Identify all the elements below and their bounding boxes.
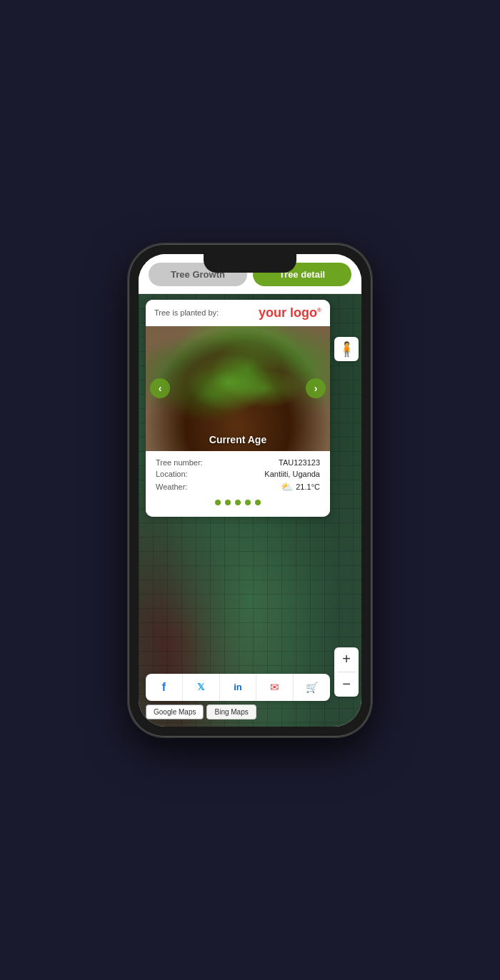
tree-number-label: Tree number: (156, 458, 203, 467)
main-card: Tree is planted by: your logo® ‹ › Curre… (146, 300, 330, 517)
location-value: Kantiiti, Uganda (264, 470, 320, 478)
dot-3[interactable] (235, 500, 241, 505)
map-controls-bottom: Google Maps Bing Maps (146, 704, 256, 719)
carousel-next-button[interactable]: › (306, 378, 326, 398)
card-header: Tree is planted by: your logo® (146, 300, 330, 326)
email-button[interactable]: ✉ (256, 674, 294, 701)
zoom-out-button[interactable]: − (334, 672, 359, 697)
dot-1[interactable] (215, 500, 221, 505)
current-age-label: Current Age (209, 434, 266, 445)
phone-notch (204, 254, 296, 273)
weather-icon: ⛅ (281, 481, 293, 492)
linkedin-icon: in (234, 682, 242, 692)
cart-icon: 🛒 (306, 682, 318, 693)
logo-bold: logo (290, 305, 317, 320)
tree-number-value: TAU123123 (279, 458, 320, 467)
zoom-panel: + − (334, 647, 359, 697)
location-row: Location: Kantiiti, Uganda (156, 470, 320, 478)
cart-button[interactable]: 🛒 (294, 674, 330, 701)
tree-number-row: Tree number: TAU123123 (156, 458, 320, 467)
carousel-dots (156, 495, 320, 511)
sponsor-logo: your logo® (259, 305, 321, 320)
map-area: Tree is planted by: your logo® ‹ › Curre… (139, 294, 361, 727)
twitter-icon: 𝕏 (197, 682, 204, 692)
carousel-prev-button[interactable]: ‹ (150, 378, 170, 398)
linkedin-button[interactable]: in (220, 674, 257, 701)
dot-4[interactable] (245, 500, 251, 505)
logo-normal: your (259, 305, 290, 320)
dot-5[interactable] (255, 500, 261, 505)
dot-2[interactable] (225, 500, 231, 505)
phone-screen: Tree Growth Tree detail Tree is planted … (139, 254, 361, 727)
email-icon: ✉ (270, 681, 279, 694)
bing-maps-button[interactable]: Bing Maps (206, 704, 256, 719)
phone-frame: Tree Growth Tree detail Tree is planted … (129, 244, 371, 737)
tree-image (146, 326, 330, 451)
temperature-value: 21.1°C (296, 483, 320, 491)
weather-row: Weather: ⛅ 21.1°C (156, 481, 320, 492)
info-section: Tree number: TAU123123 Location: Kantiit… (146, 451, 330, 517)
google-maps-button[interactable]: Google Maps (146, 704, 204, 719)
image-carousel: ‹ › Current Age (146, 326, 330, 451)
zoom-in-button[interactable]: + (334, 647, 359, 672)
logo-registered: ® (317, 307, 321, 313)
person-button[interactable]: 🧍 (334, 337, 359, 361)
location-label: Location: (156, 470, 188, 478)
twitter-button[interactable]: 𝕏 (183, 674, 220, 701)
planted-by-label: Tree is planted by: (154, 308, 219, 317)
facebook-button[interactable]: f (146, 674, 183, 701)
facebook-icon: f (162, 681, 166, 694)
person-icon: 🧍 (338, 340, 356, 358)
weather-label: Weather: (156, 483, 187, 491)
weather-value: ⛅ 21.1°C (281, 481, 320, 492)
social-bar: f 𝕏 in ✉ 🛒 (146, 674, 330, 701)
